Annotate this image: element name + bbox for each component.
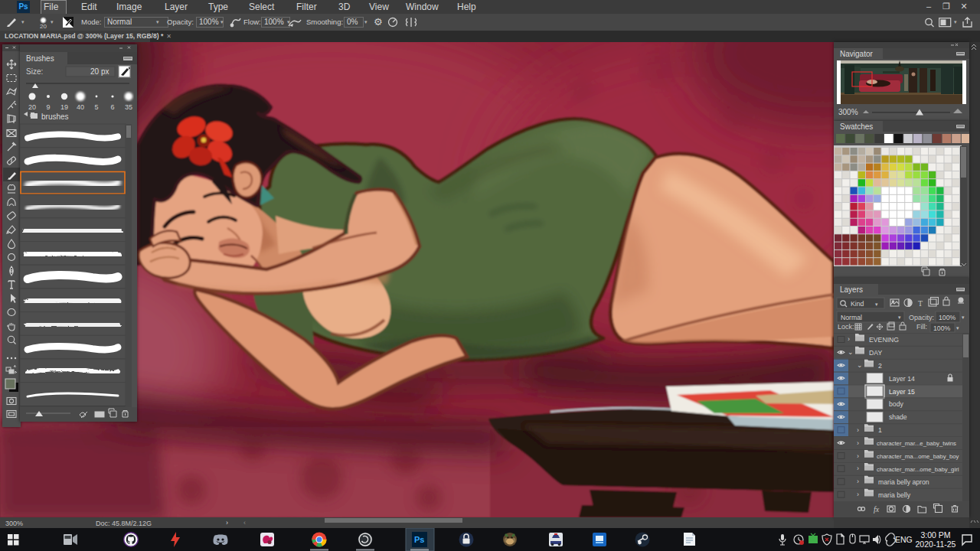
svg-text:shade: shade: [889, 413, 907, 421]
svg-text:100%: 100%: [939, 314, 956, 321]
svg-text:›: ›: [857, 426, 859, 434]
svg-text:Size:: Size:: [26, 67, 43, 76]
svg-text:Normal: Normal: [841, 314, 862, 321]
svg-text:fx: fx: [874, 505, 880, 514]
svg-text:ENG: ENG: [895, 535, 913, 544]
svg-text:6: 6: [110, 103, 114, 111]
svg-text:3:00 PM: 3:00 PM: [920, 530, 950, 540]
svg-text:T: T: [918, 299, 923, 308]
svg-text:2: 2: [878, 362, 882, 370]
svg-text:EVENING: EVENING: [869, 336, 899, 344]
svg-text:brushes: brushes: [41, 112, 69, 121]
svg-text:body: body: [889, 400, 903, 408]
svg-text:Opacity:: Opacity:: [909, 314, 934, 321]
svg-text:character_ma...ome_baby_boy: character_ma...ome_baby_boy: [877, 453, 959, 460]
svg-text:›: ›: [857, 478, 859, 485]
svg-text:2020-11-25: 2020-11-25: [916, 540, 956, 549]
svg-text:⌄: ⌄: [848, 348, 854, 356]
svg-text:5: 5: [94, 103, 98, 111]
svg-text:maria belly: maria belly: [878, 491, 911, 499]
svg-text:20: 20: [28, 103, 36, 111]
svg-text:100%: 100%: [933, 324, 950, 332]
svg-text:Kind: Kind: [851, 300, 864, 308]
svg-text:DAY: DAY: [869, 349, 882, 357]
svg-text:⌄: ⌄: [857, 361, 863, 369]
svg-text:1: 1: [878, 426, 882, 434]
svg-text:character_mar...e_baby_twins: character_mar...e_baby_twins: [877, 440, 956, 447]
svg-text:Fill:: Fill:: [916, 323, 927, 331]
svg-text:›: ›: [857, 465, 859, 472]
svg-text:›: ›: [857, 452, 859, 460]
svg-text:Swatches: Swatches: [840, 122, 873, 131]
svg-text:Layers: Layers: [840, 285, 863, 294]
svg-text:Layer 15: Layer 15: [889, 388, 915, 396]
svg-text:9: 9: [46, 103, 50, 111]
svg-text:35: 35: [125, 103, 132, 111]
svg-text:300%: 300%: [838, 108, 858, 116]
svg-text:Ps: Ps: [414, 535, 424, 544]
svg-text:character_mar...ome_baby_girl: character_mar...ome_baby_girl: [877, 466, 959, 473]
svg-text:›: ›: [857, 491, 859, 498]
svg-text:▾: ▾: [875, 302, 878, 307]
svg-text:Brushes: Brushes: [26, 54, 54, 63]
svg-text:Lock:: Lock:: [838, 323, 854, 331]
svg-text:40: 40: [77, 103, 84, 111]
svg-text:▾: ▾: [962, 315, 965, 320]
svg-text:›: ›: [857, 439, 859, 447]
svg-text:Navigator: Navigator: [840, 50, 873, 58]
svg-text:Layer 14: Layer 14: [889, 375, 915, 383]
svg-text:20 px: 20 px: [90, 67, 109, 76]
svg-text:▾: ▾: [956, 325, 959, 331]
svg-text:19: 19: [60, 103, 68, 111]
svg-text:maria belly apron: maria belly apron: [878, 478, 929, 486]
svg-text:›: ›: [848, 335, 850, 343]
svg-text:▾: ▾: [898, 315, 901, 320]
